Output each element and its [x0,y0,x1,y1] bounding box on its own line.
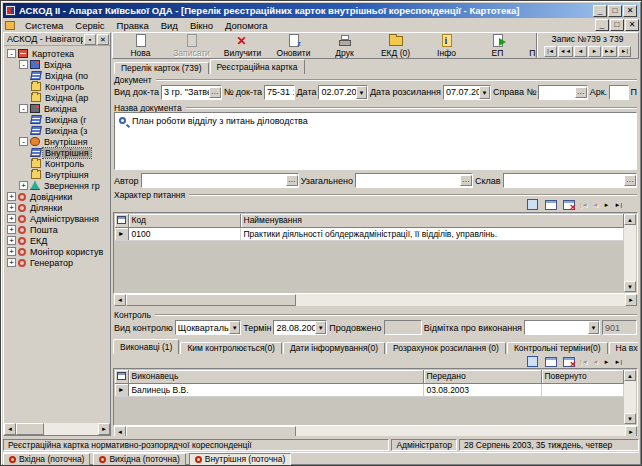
scroll-left-icon[interactable]: ◄ [114,294,126,306]
scroll-track[interactable] [624,381,636,413]
menu-item-правка[interactable]: Правка [111,20,155,31]
tab-На вхідні номери (0)[interactable]: На вхідні номери (0) [609,342,638,354]
scroll-right-icon[interactable]: ► [625,294,637,306]
expand-icon[interactable]: + [7,214,16,223]
tree-item[interactable]: Вхідна (по [4,70,110,81]
scroll-thumb[interactable] [126,426,296,436]
table-cell[interactable]: 0100 [128,227,240,240]
author-field[interactable]: … [141,173,299,188]
refresh-button[interactable]: zОновити [268,33,319,58]
navigator-hscrollbar[interactable]: ◄► [4,423,110,435]
ep-button[interactable]: ЕП [472,33,523,58]
row-last-button[interactable]: ►| [614,359,624,365]
tree-item[interactable]: -Вхідна [4,59,110,70]
record-last-button[interactable]: ►| [618,46,631,57]
composed-by-lookup-button[interactable]: … [624,175,636,186]
document-menu-icon[interactable] [5,21,15,30]
row-next-button[interactable]: ► [603,359,611,365]
record-fast-prev-button[interactable]: ◄◄ [558,46,573,57]
close-icon[interactable]: ✕ [97,34,109,45]
executors-hscrollbar[interactable]: ◄► [114,426,637,436]
cabinet-tab-button[interactable]: Вихідна (поточна) [93,453,185,466]
tree-item[interactable]: Вихідна (г [4,114,110,125]
maximize-icon[interactable]: □ [608,5,622,17]
cabinet-tab-button[interactable]: Вхідна (поточна) [3,453,90,466]
pin-icon[interactable]: ▪ [84,34,96,45]
table-cell[interactable]: Балинець В.В. [128,383,423,396]
grid-edit-button[interactable] [543,198,558,211]
table-row[interactable]: ►Балинець В.В.03.08.2003 [115,383,624,396]
grid-edit-button[interactable] [543,355,558,368]
tree-item[interactable]: +ЕКД [4,235,110,246]
tree-item[interactable]: +Довідники [4,191,110,202]
tree-item[interactable]: +Пошта [4,224,110,235]
column-header[interactable]: Повернуто [541,370,624,383]
new-button[interactable]: Нова [115,33,166,58]
menu-item-допомога[interactable]: Допомога [219,20,274,31]
column-header[interactable]: Код [128,214,240,227]
author-lookup-button[interactable]: … [286,175,298,186]
record-prev-button[interactable]: ◄ [574,46,587,57]
expand-icon[interactable]: + [7,225,16,234]
report-button[interactable] [525,198,540,211]
scroll-track[interactable] [16,423,98,435]
summarized-lookup-button[interactable]: … [460,175,472,186]
column-header[interactable]: Виконавець [128,370,423,383]
tab-Виконавці (1)[interactable]: Виконавці (1) [113,339,179,354]
expand-icon[interactable]: + [7,236,16,245]
grid-vscrollbar[interactable]: ▲▼ [624,214,636,292]
tab-Ким контролюється(0)[interactable]: Ким контролюється(0) [180,342,282,354]
grid-delete-button[interactable]: ✕ [561,198,576,211]
scroll-up-icon[interactable]: ▲ [624,214,636,225]
case-lookup-button[interactable]: … [575,87,587,98]
grid-delete-button[interactable]: ✕ [561,355,576,368]
delete-button[interactable]: ✕Вилучити [217,33,268,58]
composed-by-field[interactable]: … [503,173,637,188]
expand-icon[interactable]: + [7,192,16,201]
doc-type-lookup-button[interactable]: … [209,87,221,98]
scroll-track[interactable] [126,294,625,306]
menu-item-вид[interactable]: Вид [155,20,184,31]
doc-number-field[interactable]: 75-31 11 [264,85,295,100]
collapse-icon[interactable]: - [19,60,28,69]
table-row[interactable]: ►0100Практики діяльності облдержадмініст… [115,227,624,240]
tree-item[interactable]: Внутрішня [4,147,110,158]
tree-item[interactable]: Контроль [4,81,110,92]
tab-Контрольні терміни(0)[interactable]: Контрольні терміни(0) [507,342,608,354]
tree-item[interactable]: -Вихідна [4,103,110,114]
tree-item[interactable]: +Генератор [4,257,110,268]
tree-item[interactable]: +Монітор користув [4,246,110,257]
tree-item[interactable]: Вихідна (з [4,125,110,136]
report-button[interactable] [525,355,540,368]
tree-item[interactable]: Вхідна (ар [4,92,110,103]
chevron-down-icon[interactable]: ▼ [588,321,599,334]
scroll-right-icon[interactable]: ► [625,426,637,436]
record-next-button[interactable]: ► [588,46,601,57]
close-icon[interactable]: ✕ [623,5,637,17]
execution-code-field[interactable]: 901 [602,320,637,335]
extended-field[interactable] [384,320,422,335]
expand-icon[interactable]: + [7,203,16,212]
record-fast-next-button[interactable]: ►► [602,46,617,57]
maximize-icon[interactable]: □ [610,19,624,31]
scroll-thumb[interactable] [126,294,296,306]
scroll-down-icon[interactable]: ▼ [624,281,636,292]
accept-button[interactable]: ✓Прийняти [523,33,536,58]
minimize-icon[interactable]: _ [595,19,609,31]
collapse-icon[interactable]: - [7,49,16,58]
tree-item[interactable]: +Адміністрування [4,213,110,224]
tree-item[interactable]: Внутрішня [4,169,110,180]
case-number-field[interactable]: … [538,85,588,100]
close-icon[interactable]: ✕ [625,19,639,31]
doc-type-field[interactable]: 3 гр. "Затверджую" … [161,85,222,100]
scroll-thumb[interactable] [16,423,44,435]
collapse-icon[interactable]: - [19,104,28,113]
column-header[interactable]: Передано [423,370,541,383]
doc-name-textarea[interactable]: План роботи відділу з питань діловодства [114,112,637,170]
expand-icon[interactable]: + [7,258,16,267]
expand-icon[interactable]: + [7,247,16,256]
tree-item[interactable]: -Внутрішня [4,136,110,147]
row-next-button[interactable]: ► [603,202,611,208]
tab-Перелік карток (739)[interactable]: Перелік карток (739) [114,62,209,74]
info-button[interactable]: iІнфо [421,33,472,58]
